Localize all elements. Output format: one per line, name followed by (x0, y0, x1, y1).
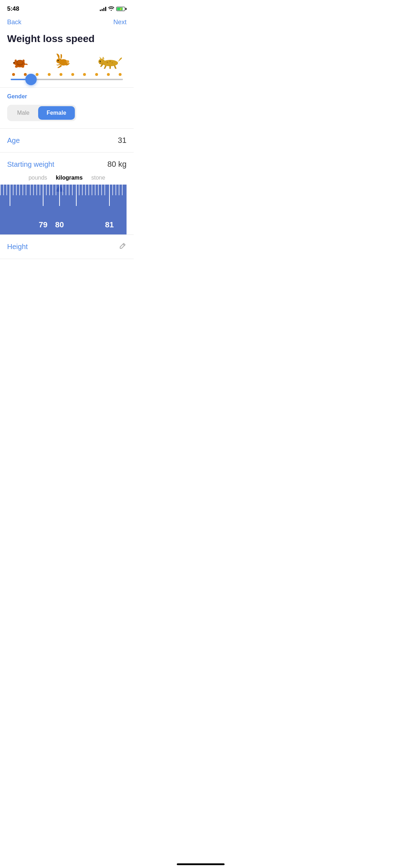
status-icons: ⚡ (100, 6, 127, 12)
battery-icon: ⚡ (116, 7, 127, 11)
gender-section: Gender Male Female (0, 88, 134, 128)
svg-point-4 (21, 66, 24, 68)
speed-dots-row (7, 73, 127, 76)
height-label: Height (7, 243, 28, 251)
gender-male-button[interactable]: Male (9, 106, 38, 120)
starting-weight-label: Starting weight (7, 160, 54, 169)
svg-point-6 (22, 60, 25, 62)
speed-dot-1 (12, 73, 15, 76)
svg-point-11 (66, 60, 69, 63)
starting-weight-value: 80 kg (107, 160, 127, 169)
slider-track (11, 79, 123, 80)
back-button[interactable]: Back (7, 19, 21, 26)
unit-stone-button[interactable]: stone (91, 175, 105, 181)
speed-dot-10 (119, 73, 122, 76)
cheetah-icon (97, 56, 123, 70)
turtle-icon (11, 56, 29, 70)
divider-5 (0, 259, 134, 259)
edit-icon[interactable] (119, 242, 127, 252)
page-title: Weight loss speed (0, 30, 134, 50)
rabbit-icon (54, 53, 73, 70)
gender-label: Gender (7, 93, 127, 100)
speed-dot-4 (48, 73, 51, 76)
status-bar: 5:48 ⚡ (0, 0, 134, 16)
svg-point-9 (56, 58, 62, 63)
slider-thumb[interactable] (25, 74, 37, 85)
speed-dot-8 (95, 73, 98, 76)
svg-point-16 (112, 62, 113, 63)
signal-bars-icon (100, 7, 106, 11)
nav-bar: Back Next (0, 16, 134, 30)
unit-selector: pounds kilograms stone (7, 175, 127, 185)
svg-point-7 (14, 62, 15, 63)
speed-slider[interactable] (7, 79, 127, 80)
gender-toggle: Male Female (7, 105, 76, 121)
next-button[interactable]: Next (113, 19, 127, 26)
svg-point-15 (109, 61, 111, 62)
weight-ruler[interactable]: 79 80 81 (0, 185, 127, 234)
status-time: 5:48 (7, 5, 19, 12)
unit-pounds-button[interactable]: pounds (29, 175, 47, 181)
age-row[interactable]: Age 31 (0, 129, 134, 152)
svg-text:79: 79 (39, 220, 47, 229)
svg-text:80: 80 (55, 220, 64, 229)
weight-row: Starting weight 80 kg (7, 160, 127, 169)
speed-dot-6 (71, 73, 74, 76)
speed-dot-3 (36, 73, 38, 76)
speed-dot-9 (107, 73, 110, 76)
unit-kilograms-button[interactable]: kilograms (56, 175, 83, 181)
gender-female-button[interactable]: Female (38, 106, 75, 120)
svg-point-10 (57, 60, 58, 61)
speed-slider-section (0, 50, 134, 87)
svg-point-14 (107, 62, 108, 63)
svg-point-5 (15, 60, 17, 62)
svg-point-3 (15, 66, 18, 68)
speed-dot-5 (60, 73, 62, 76)
wifi-icon (108, 6, 114, 12)
svg-text:81: 81 (105, 220, 114, 229)
age-value: 31 (118, 136, 127, 145)
svg-point-17 (100, 61, 101, 62)
age-label: Age (7, 136, 20, 145)
speed-icons-row (7, 53, 127, 70)
speed-dot-7 (83, 73, 86, 76)
starting-weight-section: Starting weight 80 kg pounds kilograms s… (0, 153, 134, 185)
height-row[interactable]: Height (0, 235, 134, 259)
